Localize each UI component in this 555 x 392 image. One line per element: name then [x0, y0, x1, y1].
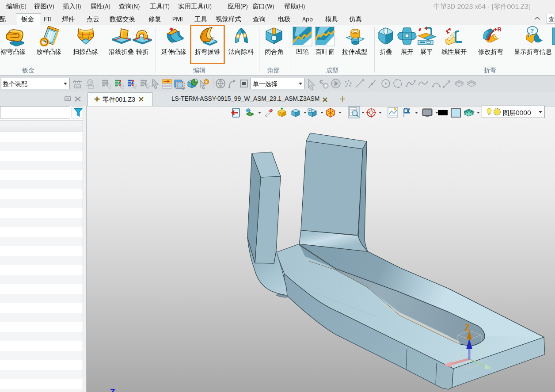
svg-text:Z: Z — [464, 322, 470, 332]
svg-text:Z: Z — [110, 387, 115, 392]
svg-text:+R: +R — [494, 26, 501, 33]
svg-text:?: ? — [530, 27, 534, 34]
